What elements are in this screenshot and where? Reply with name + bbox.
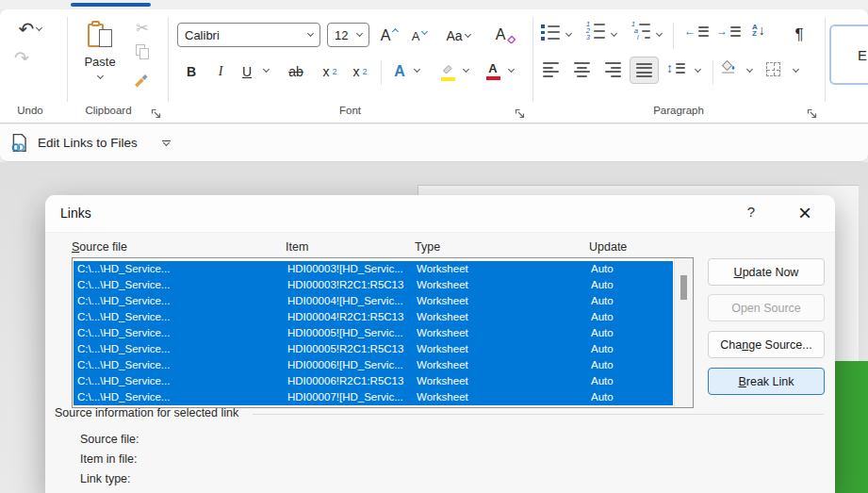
text-effects-dropdown-icon[interactable]: [414, 66, 420, 73]
open-source-button[interactable]: Open Source: [708, 294, 825, 321]
font-size-select[interactable]: 12: [327, 23, 369, 47]
close-icon[interactable]: ×: [792, 199, 818, 227]
copy-icon: [136, 44, 150, 59]
links-cell: C:\...\HD_Service...: [77, 295, 170, 306]
font-color-icon: A: [486, 63, 500, 80]
undo-group-label: Undo: [0, 105, 60, 116]
edit-links-toolbar: Edit Links to Files: [0, 124, 868, 162]
toolbar-collapse-chevron-icon[interactable]: [162, 140, 171, 145]
group-separator: [67, 17, 68, 102]
help-button[interactable]: ?: [741, 204, 762, 220]
underline-dropdown-icon[interactable]: [263, 66, 270, 73]
links-cell: Auto: [591, 263, 614, 274]
links-table-row[interactable]: C:\...\HD_Service...HDI00003![HD_Servic.…: [74, 261, 673, 277]
align-left-button[interactable]: [543, 62, 559, 77]
item-in-file-label: Item in file:: [80, 452, 137, 466]
links-table-row[interactable]: C:\...\HD_Service...HDI00004![HD_Servic.…: [74, 293, 673, 309]
edit-links-to-files-icon[interactable]: [9, 133, 30, 154]
links-table-row[interactable]: C:\...\HD_Service...HDI00006!R2C1:R5C13W…: [74, 373, 673, 389]
sort-button[interactable]: AZ ↓: [752, 23, 765, 38]
align-right-button[interactable]: [605, 62, 621, 77]
line-spacing-dropdown-icon[interactable]: [695, 66, 701, 73]
line-spacing-button[interactable]: ↕: [666, 60, 685, 75]
dialog-title: Links: [60, 205, 91, 221]
links-table-row[interactable]: C:\...\HD_Service...HDI00005!R2C1:R5C13W…: [74, 341, 673, 357]
strikethrough-button[interactable]: ab: [283, 60, 309, 83]
change-case-button[interactable]: Aa: [441, 25, 475, 47]
format-painter-button[interactable]: [129, 68, 154, 90]
copy-button[interactable]: [132, 41, 153, 62]
caret-down-icon: [421, 27, 428, 34]
numbering-dropdown-icon[interactable]: [611, 30, 617, 37]
links-table-row[interactable]: C:\...\HD_Service...HDI00003!R2C1:R5C13W…: [74, 277, 673, 293]
increase-indent-button[interactable]: →: [716, 25, 741, 38]
links-table-row[interactable]: C:\...\HD_Service...HDI00007![HD_Servic.…: [74, 389, 673, 405]
align-center-button[interactable]: [574, 62, 590, 77]
highlight-button[interactable]: [435, 58, 460, 85]
font-dialog-launcher-icon[interactable]: [515, 106, 526, 117]
align-right-icon: [605, 62, 621, 77]
shrink-font-button[interactable]: A: [407, 25, 432, 47]
links-cell: C:\...\HD_Service...: [77, 359, 170, 370]
bullets-icon: [541, 25, 560, 41]
align-left-icon: [543, 62, 559, 77]
scrollbar-thumb[interactable]: [680, 275, 687, 300]
show-hide-marks-button[interactable]: ¶: [790, 23, 809, 47]
clipboard-group-label: Clipboard: [68, 105, 149, 116]
column-header-update: Update: [589, 240, 627, 254]
font-name-value: Calibri: [185, 28, 220, 42]
links-cell: Auto: [591, 327, 614, 338]
clear-formatting-button[interactable]: A: [492, 23, 520, 47]
borders-dropdown-icon[interactable]: [793, 66, 799, 73]
eraser-icon: [506, 34, 516, 43]
bullets-button[interactable]: [541, 25, 560, 41]
bullets-dropdown-icon[interactable]: [565, 30, 572, 37]
clipboard-dialog-launcher-icon[interactable]: [151, 106, 162, 117]
chevron-down-icon: [356, 30, 363, 37]
break-link-button[interactable]: Break Link: [708, 368, 825, 395]
numbering-button[interactable]: 1 2 3: [586, 23, 605, 40]
multilevel-list-button[interactable]: 1 a i: [631, 23, 650, 40]
grow-font-button[interactable]: A: [377, 25, 401, 47]
decrease-indent-button[interactable]: ←: [684, 25, 709, 38]
redo-icon: ↷: [14, 49, 29, 67]
links-dialog-titlebar: [45, 195, 835, 233]
bold-button[interactable]: B: [181, 60, 202, 83]
undo-button[interactable]: ↶: [8, 17, 53, 41]
highlight-dropdown-icon[interactable]: [463, 66, 469, 73]
links-list-scrollbar[interactable]: [674, 258, 693, 407]
ribbon-tab-strip: [0, 0, 868, 9]
edit-links-to-files-label[interactable]: Edit Links to Files: [38, 136, 138, 150]
italic-button[interactable]: I: [211, 60, 230, 83]
text-effects-button[interactable]: A: [388, 60, 411, 83]
column-header-item: Item: [286, 240, 308, 254]
links-list[interactable]: C:\...\HD_Service...HDI00003![HD_Servic.…: [72, 257, 694, 408]
change-source-button[interactable]: Change Source...: [708, 331, 825, 358]
font-color-dropdown-icon[interactable]: [508, 66, 515, 73]
links-cell: C:\...\HD_Service...: [77, 327, 170, 338]
links-table-row[interactable]: C:\...\HD_Service...HDI00006![HD_Servic.…: [74, 357, 673, 373]
font-name-select[interactable]: Calibri: [177, 23, 320, 47]
styles-gallery-preview[interactable]: E: [829, 25, 868, 85]
shading-button[interactable]: [720, 58, 737, 74]
underline-button[interactable]: U: [237, 60, 256, 83]
subscript-button[interactable]: x2: [319, 60, 341, 83]
justify-button[interactable]: [630, 57, 659, 84]
font-group-label: Font: [168, 105, 532, 116]
links-cell: Worksheet: [417, 295, 468, 306]
links-table-row[interactable]: C:\...\HD_Service...HDI00005![HD_Servic.…: [74, 325, 673, 341]
font-color-button[interactable]: A: [481, 58, 505, 85]
paste-button[interactable]: Paste: [77, 15, 123, 100]
paragraph-dialog-launcher-icon[interactable]: [807, 106, 818, 117]
chevron-down-icon: [465, 31, 471, 38]
cut-button[interactable]: ✂: [130, 17, 155, 38]
links-table-row[interactable]: C:\...\HD_Service...HDI00004!R2C1:R5C13W…: [74, 309, 673, 325]
links-cell: Worksheet: [417, 359, 468, 370]
borders-button[interactable]: [766, 62, 780, 76]
redo-button[interactable]: ↷: [8, 45, 36, 70]
word-window: ↶ ↷ Undo Paste ✂ Clipboard: [0, 0, 868, 493]
superscript-button[interactable]: x2: [349, 60, 371, 83]
shading-dropdown-icon[interactable]: [746, 66, 753, 73]
update-now-button[interactable]: Update Now: [708, 258, 825, 286]
multilevel-dropdown-icon[interactable]: [656, 30, 663, 37]
